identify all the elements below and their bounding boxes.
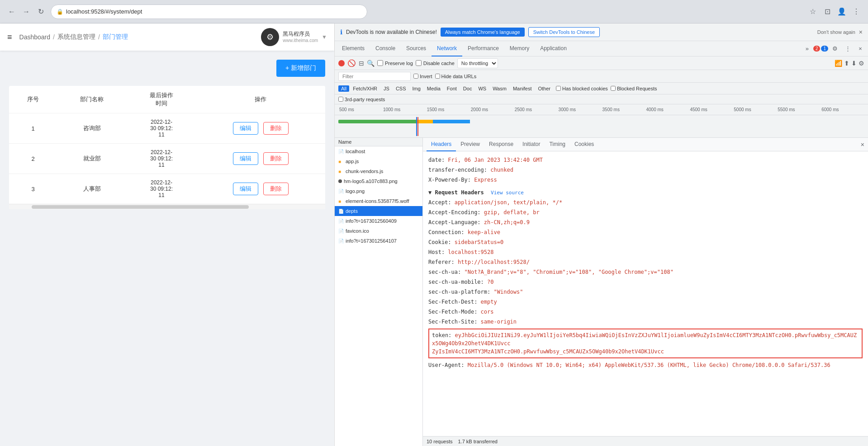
search-button[interactable]: 🔍 (367, 60, 375, 67)
blocked-requests-label[interactable]: Blocked Requests (611, 86, 657, 91)
scrollbar-thumb[interactable] (32, 205, 249, 209)
type-wasm-button[interactable]: Wasm (490, 85, 509, 92)
view-source-link[interactable]: View source (491, 190, 524, 196)
profile-button[interactable]: 👤 (835, 5, 848, 18)
timeline-ticks: 500 ms 1000 ms 1500 ms 2000 ms 2500 ms 3… (338, 107, 864, 112)
breadcrumb-mid[interactable]: 系统信息管理 (57, 33, 95, 41)
request-item-logopng[interactable]: 📄 logo.png (335, 186, 422, 196)
tab-console[interactable]: Console (370, 41, 401, 56)
hide-data-urls-checkbox[interactable] (435, 74, 440, 79)
detail-tab-timing[interactable]: Timing (545, 138, 570, 151)
request-item-info2[interactable]: 📄 info?t=1673012564107 (335, 236, 422, 246)
cell-id-2: 2 (9, 144, 57, 174)
req-header-accept: Accept: application/json, text/plain, */… (428, 197, 863, 207)
request-item-appjs[interactable]: ■ app.js (335, 156, 422, 166)
request-item-favicon[interactable]: 📄 favicon.ico (335, 226, 422, 236)
edit-button-3[interactable]: 编辑 (233, 183, 258, 195)
filter-toggle-button[interactable]: ⊟ (359, 60, 364, 67)
detail-tab-response[interactable]: Response (484, 138, 518, 151)
delete-button-3[interactable]: 删除 (263, 183, 289, 195)
back-button[interactable]: ← (5, 5, 18, 18)
record-button[interactable] (338, 60, 345, 66)
clear-button[interactable]: 🚫 (347, 59, 356, 67)
type-all-button[interactable]: All (338, 85, 349, 92)
tab-restore-button[interactable]: ⊡ (821, 5, 834, 18)
disable-cache-label[interactable]: Disable cache (416, 60, 455, 66)
third-party-checkbox[interactable] (338, 97, 343, 102)
hide-data-urls-label[interactable]: Hide data URLs (435, 74, 477, 79)
type-doc-button[interactable]: Doc (460, 85, 475, 92)
request-item-localhost[interactable]: 📄 localhost (335, 146, 422, 156)
type-manifest-button[interactable]: Manifest (510, 85, 535, 92)
filter-input[interactable] (338, 72, 411, 81)
tab-elements[interactable]: Elements (337, 41, 370, 56)
edit-button-1[interactable]: 编辑 (233, 122, 258, 135)
tab-performance[interactable]: Performance (462, 41, 504, 56)
type-fetchxhr-button[interactable]: Fetch/XHR (350, 85, 380, 92)
cell-name-1: 咨询部 (57, 113, 127, 144)
throttle-select[interactable]: No throttling Fast 3G Slow 3G (457, 58, 498, 68)
detail-tab-initiator[interactable]: Initiator (518, 138, 545, 151)
detail-panel: Headers Preview Response Initiator Timin… (423, 138, 868, 446)
type-other-button[interactable]: Other (535, 85, 553, 92)
preserve-log-checkbox[interactable] (377, 60, 383, 66)
req-header-accept-language: Accept-Language: zh-CN,zh;q=0.9 (428, 217, 863, 227)
tab-sources[interactable]: Sources (401, 41, 432, 56)
dont-show-button[interactable]: Don't show again (817, 29, 855, 35)
bookmark-button[interactable]: ☆ (806, 5, 819, 18)
type-ws-button[interactable]: WS (475, 85, 489, 92)
breadcrumb-root[interactable]: Dashboard (19, 33, 51, 41)
third-party-label[interactable]: 3rd-party requests (338, 97, 385, 102)
request-item-info1[interactable]: 📄 info?t=1673012560409 (335, 216, 422, 226)
request-item-elementicons[interactable]: ■ element-icons.535877f5.woff (335, 196, 422, 206)
tab-memory[interactable]: Memory (504, 41, 535, 56)
req-header-sec-fetch-dest: Sec-Fetch-Dest: empty (428, 297, 863, 307)
tick-1500: 1500 ms (426, 107, 470, 112)
preserve-log-label[interactable]: Preserve log (377, 60, 413, 66)
devtools-close-button[interactable]: × (854, 43, 866, 55)
type-media-button[interactable]: Media (424, 85, 443, 92)
forward-button[interactable]: → (20, 5, 33, 18)
has-blocked-cookies-label[interactable]: Has blocked cookies (556, 86, 608, 91)
request-item-depts[interactable]: 📄 depts (335, 206, 422, 216)
type-img-button[interactable]: Img (410, 85, 423, 92)
detail-close-button[interactable]: × (861, 141, 864, 148)
detail-tab-preview[interactable]: Preview (456, 138, 484, 151)
switch-devtools-button[interactable]: Switch DevTools to Chinese (528, 27, 600, 37)
blocked-requests-checkbox[interactable] (611, 86, 616, 91)
logo-dropdown[interactable]: ▼ (322, 34, 327, 40)
infobar-close-button[interactable]: × (859, 28, 863, 36)
invert-filter-label[interactable]: Invert (413, 74, 432, 79)
detail-tab-headers[interactable]: Headers (427, 138, 456, 151)
address-text: localhost:9528/#/system/dept (66, 8, 142, 15)
address-bar[interactable]: 🔒 localhost:9528/#/system/dept (51, 5, 367, 19)
delete-button-2[interactable]: 删除 (263, 152, 289, 165)
devtools-more-button[interactable]: ⋮ (842, 43, 854, 55)
tab-application[interactable]: Application (535, 41, 572, 56)
refresh-button[interactable]: ↻ (34, 5, 47, 18)
info-icon: ℹ (340, 28, 342, 36)
has-blocked-cookies-checkbox[interactable] (556, 86, 561, 91)
detail-tab-cookies[interactable]: Cookies (570, 138, 598, 151)
network-settings-button[interactable]: ⚙ (859, 60, 864, 67)
breadcrumb-sep1: / (53, 33, 55, 41)
hamburger-menu[interactable]: ≡ (7, 33, 12, 42)
more-tabs-button[interactable]: » (803, 45, 811, 52)
menu-button[interactable]: ⋮ (850, 5, 863, 18)
disable-cache-checkbox[interactable] (416, 60, 422, 66)
invert-checkbox[interactable] (413, 74, 418, 79)
edit-button-2[interactable]: 编辑 (233, 152, 258, 165)
tab-network[interactable]: Network (432, 41, 462, 56)
request-item-chunkvendors[interactable]: ■ chunk-vendors.js (335, 166, 422, 176)
type-font-button[interactable]: Font (444, 85, 460, 92)
devtools-settings-button[interactable]: ⚙ (829, 43, 841, 55)
add-dept-button[interactable]: + 新增部门 (276, 60, 325, 77)
delete-button-1[interactable]: 删除 (263, 122, 289, 135)
match-language-button[interactable]: Always match Chrome's language (441, 28, 525, 37)
horizontal-scrollbar[interactable] (9, 204, 325, 209)
type-js-button[interactable]: JS (381, 85, 392, 92)
browser-actions: ☆ ⊡ 👤 ⋮ (806, 5, 863, 18)
req-header-referer: Referer: http://localhost:9528/ (428, 257, 863, 267)
request-item-hmlogo[interactable]: hm-logo5.a107c883.png (335, 176, 422, 186)
type-css-button[interactable]: CSS (393, 85, 409, 92)
